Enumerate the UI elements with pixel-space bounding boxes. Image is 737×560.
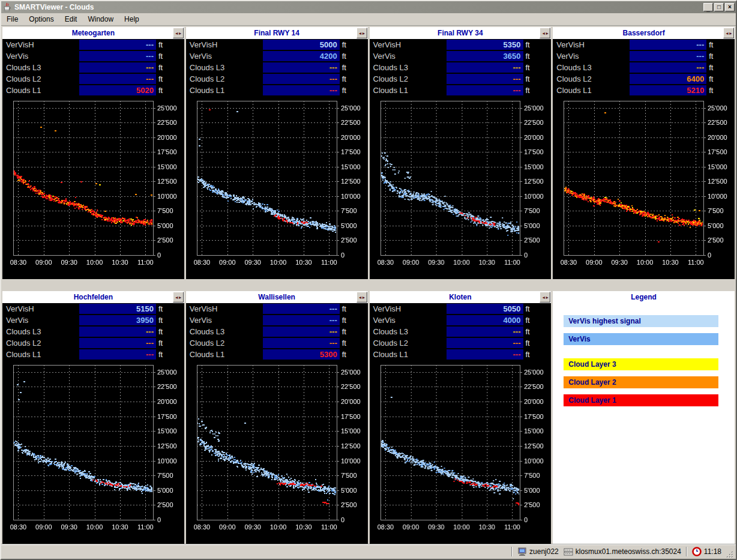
menu-file[interactable]: File (1, 14, 23, 25)
row-value: --- (696, 40, 704, 49)
row-value: 5300 (320, 350, 337, 359)
row-unit: ft (526, 52, 530, 61)
row-value: --- (329, 86, 337, 95)
row-label: Clouds L3 (556, 63, 630, 72)
panel-expand-button[interactable]: ◄► (356, 28, 367, 38)
row-label: VerVis (6, 52, 79, 61)
close-icon: × (726, 4, 734, 11)
value-bar: --- (447, 338, 523, 348)
panel-title: Bassersdorf (623, 29, 665, 37)
row-value: --- (513, 86, 521, 95)
menu-window[interactable]: Window (82, 14, 119, 25)
panel-title: Hochfelden (74, 293, 113, 301)
data-row: Clouds L3---ft (2, 326, 184, 337)
value-bar: 5150 (79, 304, 156, 314)
row-label: Clouds L3 (190, 63, 263, 72)
menu-edit[interactable]: Edit (59, 14, 83, 25)
data-row: VerVisH5350ft (370, 39, 552, 50)
panel-header: Final RWY 14 ◄► (186, 27, 368, 39)
left-right-arrows-icon: ◄► (725, 31, 732, 35)
row-label: VerVisH (556, 40, 630, 49)
row-unit: ft (342, 339, 346, 348)
row-label: VerVisH (6, 40, 79, 49)
value-bar: --- (263, 304, 340, 314)
panel-expand-button[interactable]: ◄► (723, 28, 734, 38)
row-label: Clouds L2 (556, 74, 630, 83)
data-row: Clouds L1---ft (370, 85, 552, 96)
status-bar: zuenj022 klosmux01.meteoswiss.ch:35024 1… (1, 544, 736, 559)
row-label: Clouds L2 (373, 74, 447, 83)
panel-expand-button[interactable]: ◄► (173, 28, 184, 38)
row-unit: ft (158, 86, 163, 95)
row-unit: ft (709, 74, 713, 83)
row-label: Clouds L1 (190, 350, 263, 359)
status-server-text: klosmux01.meteoswiss.ch:35024 (576, 547, 681, 556)
value-bar: 3650 (447, 51, 523, 61)
menu-help[interactable]: Help (119, 14, 145, 25)
menu-options[interactable]: Options (23, 14, 59, 25)
data-row: Clouds L2---ft (186, 73, 368, 85)
server-icon (564, 548, 573, 556)
row-label: Clouds L1 (373, 86, 447, 95)
cloud-scatter-chart (2, 96, 184, 279)
row-label: Clouds L2 (190, 339, 263, 348)
panel-expand-button[interactable]: ◄► (173, 292, 184, 303)
row-unit: ft (526, 350, 530, 359)
row-value: --- (513, 63, 521, 72)
value-bar: --- (79, 338, 156, 348)
value-bar: --- (447, 62, 523, 73)
station-panel-wallisellen: Wallisellen ◄► VerVisH---ftVerVis---ftCl… (186, 291, 368, 544)
row-label: Clouds L3 (373, 63, 447, 72)
cloud-scatter-chart (2, 360, 184, 544)
legend-title: Legend (631, 293, 657, 301)
value-bar: 6400 (630, 74, 706, 84)
row-label: Clouds L2 (6, 339, 79, 348)
close-button[interactable]: × (725, 3, 735, 11)
value-bar: --- (263, 327, 340, 337)
row-value: --- (146, 63, 154, 72)
resize-grip[interactable] (726, 551, 734, 559)
row-value: 5050 (504, 304, 521, 313)
title-bar[interactable]: SMARTViewer - Clouds _ □ × (1, 1, 736, 13)
panel-expand-button[interactable]: ◄► (540, 292, 550, 303)
row-label: VerVis (190, 316, 263, 325)
row-value: --- (513, 327, 521, 336)
row-label: Clouds L2 (190, 74, 263, 83)
legend-panel: Legend VerVis highest signal VerVis Clou… (553, 291, 735, 544)
data-row: Clouds L1---ft (186, 85, 368, 96)
row-label: Clouds L1 (373, 350, 447, 359)
status-server: klosmux01.meteoswiss.ch:35024 (564, 547, 681, 556)
station-panel-meteogarten: Meteogarten ◄► VerVisH---ftVerVis---ftCl… (2, 27, 184, 279)
app-window: SMARTViewer - Clouds _ □ × File Options … (0, 0, 737, 560)
panel-expand-button[interactable]: ◄► (356, 292, 367, 303)
window-title: SMARTViewer - Clouds (14, 3, 701, 11)
row-label: Clouds L3 (6, 63, 79, 72)
row-unit: ft (342, 63, 346, 72)
legend-item-vervis-highest: VerVis highest signal (564, 315, 718, 327)
row-value: 5150 (136, 304, 154, 313)
row-value: --- (513, 339, 521, 348)
row-unit: ft (526, 74, 530, 83)
minimize-button[interactable]: _ (703, 3, 713, 11)
data-rows: VerVisH5050ftVerVis4000ftClouds L3---ftC… (370, 303, 552, 360)
row-label: Clouds L1 (556, 86, 630, 95)
panel-header: Wallisellen ◄► (186, 291, 368, 303)
row-label: Clouds L1 (6, 350, 79, 359)
minimize-icon: _ (704, 5, 712, 13)
value-bar: --- (263, 74, 340, 84)
panel-expand-button[interactable]: ◄► (540, 28, 550, 38)
maximize-button[interactable]: □ (714, 3, 724, 11)
row-value: --- (146, 327, 154, 336)
row-unit: ft (158, 316, 163, 325)
station-panel-final-rwy-34: Final RWY 34 ◄► VerVisH5350ftVerVis3650f… (370, 27, 552, 279)
panel-title: Meteogarten (72, 29, 115, 37)
left-right-arrows-icon: ◄► (541, 31, 549, 35)
data-rows: VerVisH---ftVerVis---ftClouds L3---ftClo… (186, 303, 368, 360)
legend-item-label: VerVis (568, 335, 590, 343)
row-unit: ft (158, 40, 163, 49)
value-bar: 5020 (79, 85, 156, 95)
value-bar: --- (79, 74, 156, 84)
row-label: VerVisH (190, 40, 263, 49)
row-label: VerVis (373, 316, 447, 325)
value-bar: --- (447, 349, 523, 360)
